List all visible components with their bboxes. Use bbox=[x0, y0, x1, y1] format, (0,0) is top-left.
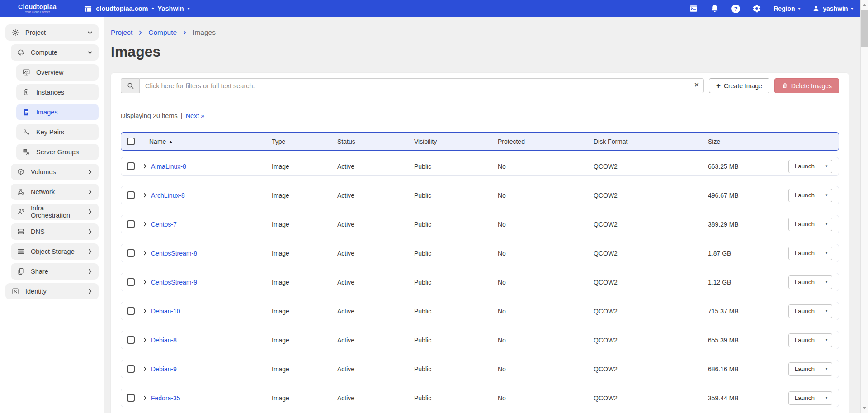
image-name-link[interactable]: CentosStream-8 bbox=[151, 250, 197, 257]
row-expander-icon[interactable] bbox=[142, 366, 148, 372]
row-expander-icon[interactable] bbox=[142, 163, 148, 169]
launch-button[interactable]: Launch bbox=[788, 362, 821, 376]
help-icon[interactable]: ? bbox=[731, 5, 740, 13]
row-checkbox[interactable] bbox=[127, 336, 135, 344]
launch-button[interactable]: Launch bbox=[788, 189, 821, 202]
project-context-switcher[interactable]: cloudtopiaa.com • Yashwin ▾ bbox=[84, 5, 189, 13]
sidebar-item-project[interactable]: Project bbox=[5, 24, 99, 41]
row-checkbox[interactable] bbox=[127, 307, 135, 315]
launch-dropdown-toggle[interactable]: ▼ bbox=[821, 333, 832, 347]
clear-search-icon[interactable]: × bbox=[694, 81, 699, 89]
image-name-link[interactable]: Debian-10 bbox=[151, 308, 180, 315]
sidebar-item-server-groups[interactable]: Server Groups bbox=[16, 144, 99, 160]
delete-images-button[interactable]: Delete Images bbox=[774, 78, 839, 93]
row-expander-icon[interactable] bbox=[142, 221, 148, 227]
launch-dropdown-toggle[interactable]: ▼ bbox=[821, 304, 832, 318]
sidebar-item-infra-orchestration[interactable]: Infra Orchestration bbox=[11, 204, 99, 220]
create-image-button[interactable]: + Create Image bbox=[709, 78, 769, 93]
sidebar-item-network[interactable]: Network bbox=[11, 184, 99, 200]
page-scrollbar bbox=[860, 0, 868, 413]
launch-dropdown-toggle[interactable]: ▼ bbox=[821, 362, 832, 376]
status-cell: Active bbox=[337, 221, 414, 228]
sidebar-item-volumes[interactable]: Volumes bbox=[11, 164, 99, 180]
row-checkbox[interactable] bbox=[127, 249, 135, 257]
type-cell: Image bbox=[272, 221, 337, 228]
user-menu[interactable]: yashwin ▾ bbox=[812, 5, 853, 12]
scrollbar-thumb[interactable] bbox=[861, 10, 868, 47]
column-header-type[interactable]: Type bbox=[272, 138, 337, 145]
search-input[interactable] bbox=[139, 78, 704, 93]
sidebar-item-images[interactable]: Images bbox=[16, 104, 99, 120]
row-checkbox[interactable] bbox=[127, 220, 135, 228]
scrollbar-down-arrow[interactable] bbox=[861, 404, 868, 412]
sidebar-item-key-pairs[interactable]: Key Pairs bbox=[16, 124, 99, 140]
launch-dropdown-toggle[interactable]: ▼ bbox=[821, 247, 832, 260]
sidebar-item-share[interactable]: Share bbox=[11, 263, 99, 280]
breadcrumb-link-compute[interactable]: Compute bbox=[148, 28, 177, 37]
image-name-link[interactable]: Debian-9 bbox=[151, 366, 177, 373]
settings-gear-icon[interactable] bbox=[752, 4, 761, 13]
launch-button[interactable]: Launch bbox=[788, 275, 821, 289]
column-header-size[interactable]: Size bbox=[708, 138, 785, 145]
search-icon[interactable] bbox=[121, 78, 139, 93]
column-header-disk-format[interactable]: Disk Format bbox=[594, 138, 708, 145]
disk-format-cell: QCOW2 bbox=[594, 366, 708, 373]
scrollbar-up-arrow[interactable] bbox=[861, 1, 868, 9]
sidebar-item-compute[interactable]: Compute bbox=[11, 44, 99, 61]
row-checkbox[interactable] bbox=[127, 191, 135, 199]
image-name-link[interactable]: Debian-8 bbox=[151, 337, 177, 344]
console-icon[interactable] bbox=[689, 4, 698, 13]
column-header-name[interactable]: Name ▲ bbox=[142, 138, 272, 145]
file-icon bbox=[22, 108, 31, 117]
row-checkbox[interactable] bbox=[127, 162, 135, 170]
image-name-link[interactable]: Centos-7 bbox=[151, 221, 177, 228]
row-expander-icon[interactable] bbox=[142, 337, 148, 343]
launch-button[interactable]: Launch bbox=[788, 391, 821, 405]
select-all-checkbox[interactable] bbox=[127, 138, 135, 145]
sidebar-item-instances[interactable]: Instances bbox=[16, 84, 99, 100]
next-page-link[interactable]: Next » bbox=[186, 112, 205, 119]
launch-dropdown-toggle[interactable]: ▼ bbox=[821, 218, 832, 231]
image-name-link[interactable]: ArchLinux-8 bbox=[151, 192, 185, 199]
column-header-protected[interactable]: Protected bbox=[498, 138, 594, 145]
launch-dropdown-toggle[interactable]: ▼ bbox=[821, 160, 832, 173]
launch-button[interactable]: Launch bbox=[788, 160, 821, 173]
row-checkbox[interactable] bbox=[127, 278, 135, 286]
launch-dropdown-toggle[interactable]: ▼ bbox=[821, 189, 832, 202]
row-checkbox[interactable] bbox=[127, 394, 135, 402]
row-expander-icon[interactable] bbox=[142, 308, 148, 314]
launch-button[interactable]: Launch bbox=[788, 247, 821, 260]
launch-dropdown-toggle[interactable]: ▼ bbox=[821, 391, 832, 405]
image-name-link[interactable]: AlmaLinux-8 bbox=[151, 163, 186, 170]
caret-down-icon: ▼ bbox=[825, 222, 828, 226]
visibility-cell: Public bbox=[414, 366, 498, 373]
image-name-link[interactable]: CentosStream-9 bbox=[151, 279, 197, 286]
launch-button[interactable]: Launch bbox=[788, 304, 821, 318]
launch-button[interactable]: Launch bbox=[788, 218, 821, 231]
row-expander-icon[interactable] bbox=[142, 192, 148, 198]
sidebar-item-object-storage[interactable]: Object Storage bbox=[11, 243, 99, 260]
brand-logo[interactable]: Cloudtopiaa Your Cloud Partner bbox=[18, 4, 57, 14]
sidebar-item-overview[interactable]: Overview bbox=[16, 64, 99, 81]
sidebar-item-label: Volumes bbox=[31, 168, 56, 176]
server-icon bbox=[22, 88, 31, 97]
launch-dropdown-toggle[interactable]: ▼ bbox=[821, 275, 832, 289]
column-header-visibility[interactable]: Visibility bbox=[414, 138, 498, 145]
breadcrumb-link-project[interactable]: Project bbox=[111, 28, 132, 37]
protected-cell: No bbox=[498, 163, 594, 170]
column-header-status[interactable]: Status bbox=[337, 138, 414, 145]
row-expander-icon[interactable] bbox=[142, 250, 148, 256]
main-content: Project Compute Images Images × + Create… bbox=[104, 17, 860, 413]
row-checkbox[interactable] bbox=[127, 365, 135, 373]
row-expander-icon[interactable] bbox=[142, 395, 148, 401]
bell-icon[interactable] bbox=[710, 4, 719, 13]
sidebar-item-dns[interactable]: DNS bbox=[11, 223, 99, 240]
status-cell: Active bbox=[337, 308, 414, 315]
image-name-link[interactable]: Fedora-35 bbox=[151, 394, 180, 402]
launch-button[interactable]: Launch bbox=[788, 333, 821, 347]
region-menu[interactable]: Region ▾ bbox=[774, 5, 800, 12]
stack-icon bbox=[16, 227, 25, 236]
sidebar-item-identity[interactable]: Identity bbox=[5, 283, 99, 299]
row-expander-icon[interactable] bbox=[142, 279, 148, 285]
status-cell: Active bbox=[337, 250, 414, 257]
